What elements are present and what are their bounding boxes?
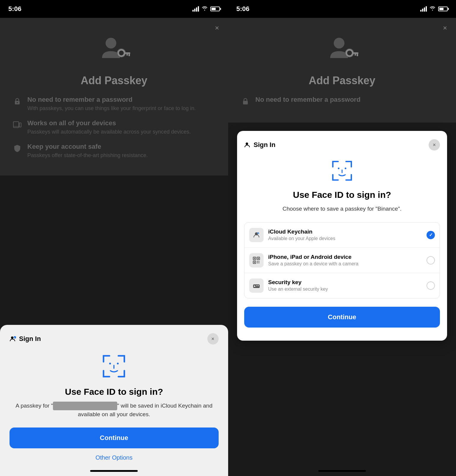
bg-title-left: Add Passkey [12,74,216,87]
sign-in-modal-left: + Sign In × Use Face ID to si [0,325,228,476]
continue-button-right[interactable]: Continue [244,307,440,328]
option-icloud-keychain[interactable]: iCloud Keychain Available on your Apple … [245,223,440,248]
svg-point-15 [117,363,119,364]
modal-close-left[interactable]: × [207,333,219,345]
passkey-options-list: iCloud Keychain Available on your Apple … [244,222,440,298]
svg-point-24 [246,143,248,145]
svg-point-26 [345,167,346,169]
wifi-icon-right [429,6,436,12]
home-indicator-right [318,470,366,472]
modal-subtitle-left: A passkey for "████████████████" will be… [10,402,219,419]
feature-item-2: Keep your account safe Passkeys offer st… [12,143,216,159]
passkey-icon-left [12,33,216,65]
device-option-text: iPhone, iPad or Android device Save a pa… [268,254,422,267]
feature-item-1: Works on all of your devices Passkeys wi… [12,119,216,136]
continue-button-left[interactable]: Continue [10,428,219,448]
modal-title-row-right: Sign In [244,141,275,149]
signal-icon-left [192,6,199,12]
bg-title-right: Add Passkey [240,74,444,87]
left-phone-panel: 5:06 × [0,0,228,476]
svg-point-19 [347,51,352,55]
icloud-option-text: iCloud Keychain Available on your Apple … [268,228,422,241]
feature-item-0: No need to remember a password With pass… [12,96,216,112]
svg-point-0 [106,38,116,48]
security-key-option-text: Security key Use an external security ke… [268,279,422,292]
svg-rect-33 [254,258,255,259]
svg-rect-37 [258,261,259,262]
modal-close-right[interactable]: × [429,139,440,151]
svg-rect-43 [258,285,259,286]
face-id-icon-right [330,159,354,183]
svg-rect-4 [129,54,130,56]
svg-point-7 [17,102,18,103]
modal-main-title-left: Use Face ID to sign in? [10,387,219,397]
status-icons-left [192,6,220,12]
icloud-radio[interactable] [427,231,435,239]
modal-title-right: Sign In [254,141,275,149]
battery-icon-left [210,7,220,11]
svg-rect-42 [256,285,257,286]
feature-text-1: Works on all of your devices Passkeys wi… [27,119,191,136]
option-device-camera[interactable]: iPhone, iPad or Android device Save a pa… [245,248,440,273]
svg-point-14 [109,363,111,364]
status-time-right: 5:06 [236,5,250,13]
modal-main-title-right: Use Face ID to sign in? [244,190,440,200]
svg-point-17 [334,38,344,48]
devices-icon [12,119,23,130]
wifi-icon-left [201,6,208,12]
svg-rect-39 [258,262,259,263]
svg-rect-36 [257,261,258,262]
signal-icon-right [420,6,427,12]
face-id-container-left [10,353,219,380]
security-key-icon [249,278,264,293]
other-options-button[interactable]: Other Options [10,454,219,461]
person-badge-icon-right [244,142,251,148]
redacted-email: ████████████████ [53,402,117,410]
svg-point-41 [254,285,255,287]
device-radio[interactable] [427,256,435,264]
svg-rect-3 [124,52,130,54]
svg-rect-9 [19,123,21,127]
shield-icon [12,143,23,154]
status-bar-left: 5:06 [0,0,228,18]
modal-header-right: Sign In × [244,139,440,151]
passkey-icon-right [240,33,444,65]
option-security-key[interactable]: Security key Use an external security ke… [245,273,440,298]
face-id-icon-left [101,353,127,380]
home-indicator-left [90,470,138,472]
lock-icon [12,96,23,107]
modal-title-row-left: + Sign In [10,335,41,343]
bg-feature-right: No need to remember a password [240,96,444,107]
svg-rect-35 [254,262,255,263]
svg-text:+: + [14,337,15,339]
svg-rect-34 [258,258,259,259]
feature-text-0: No need to remember a password With pass… [27,96,196,112]
battery-icon-right [438,7,448,11]
sign-in-modal-right: Sign In × Use Face ID to sign in? Choose… [237,131,447,341]
svg-rect-22 [355,54,356,56]
modal-subtitle-right: Choose where to save a passkey for "Bina… [244,205,440,213]
qr-camera-icon [249,253,264,267]
svg-point-25 [338,167,339,169]
bg-close-right: × [443,24,447,32]
bg-content-left: × Add Passkey [0,18,228,176]
bg-close-left: × [215,24,219,32]
lock-icon-right [240,96,251,107]
svg-point-2 [119,51,124,55]
status-bar-right: 5:06 [228,0,456,18]
face-id-container-right [244,159,440,183]
bg-feature-text-right: No need to remember a password [256,96,361,105]
status-time-left: 5:06 [8,5,21,13]
svg-point-11 [11,336,13,339]
icloud-icon [249,228,264,242]
svg-rect-23 [243,101,248,104]
svg-rect-5 [126,54,128,56]
modal-title-left: Sign In [19,335,41,343]
svg-rect-38 [257,262,258,263]
status-icons-right [420,6,448,12]
security-key-radio[interactable] [427,281,435,290]
modal-header-left: + Sign In × [10,333,219,345]
svg-rect-21 [357,54,358,56]
feature-text-2: Keep your account safe Passkeys offer st… [27,143,148,159]
svg-rect-8 [13,122,19,128]
